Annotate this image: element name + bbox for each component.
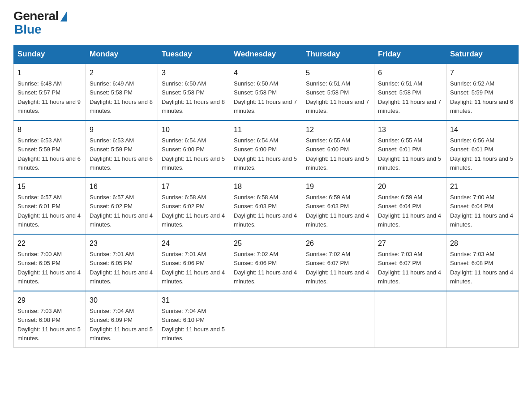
day-cell: 2Sunrise: 6:49 AMSunset: 5:58 PMDaylight… — [86, 64, 158, 120]
day-info: Sunrise: 6:59 AMSunset: 6:03 PMDaylight:… — [306, 194, 369, 228]
day-info: Sunrise: 6:54 AMSunset: 6:00 PMDaylight:… — [162, 137, 225, 171]
logo-triangle-icon — [60, 12, 67, 21]
day-cell — [230, 291, 302, 348]
day-cell: 12Sunrise: 6:55 AMSunset: 6:00 PMDayligh… — [302, 120, 374, 177]
day-cell: 18Sunrise: 6:58 AMSunset: 6:03 PMDayligh… — [230, 177, 302, 234]
week-row-3: 15Sunrise: 6:57 AMSunset: 6:01 PMDayligh… — [14, 177, 519, 234]
day-number: 29 — [17, 295, 82, 306]
day-cell: 25Sunrise: 7:02 AMSunset: 6:06 PMDayligh… — [230, 234, 302, 291]
day-cell: 30Sunrise: 7:04 AMSunset: 6:09 PMDayligh… — [86, 291, 158, 348]
day-cell: 27Sunrise: 7:03 AMSunset: 6:07 PMDayligh… — [374, 234, 446, 291]
col-header-wednesday: Wednesday — [230, 45, 302, 64]
day-number: 31 — [162, 295, 226, 306]
day-number: 24 — [162, 238, 226, 249]
day-cell: 28Sunrise: 7:03 AMSunset: 6:08 PMDayligh… — [446, 234, 519, 291]
day-info: Sunrise: 7:02 AMSunset: 6:06 PMDaylight:… — [234, 251, 297, 285]
col-header-sunday: Sunday — [14, 45, 86, 64]
day-cell: 23Sunrise: 7:01 AMSunset: 6:05 PMDayligh… — [86, 234, 158, 291]
header-row: SundayMondayTuesdayWednesdayThursdayFrid… — [14, 45, 519, 64]
day-info: Sunrise: 7:00 AMSunset: 6:05 PMDaylight:… — [17, 251, 81, 285]
day-info: Sunrise: 7:01 AMSunset: 6:06 PMDaylight:… — [162, 251, 225, 285]
day-cell — [446, 291, 519, 348]
day-cell: 14Sunrise: 6:56 AMSunset: 6:01 PMDayligh… — [446, 120, 519, 177]
col-header-saturday: Saturday — [446, 45, 519, 64]
day-number: 2 — [90, 68, 154, 78]
day-info: Sunrise: 7:04 AMSunset: 6:10 PMDaylight:… — [162, 308, 225, 342]
day-info: Sunrise: 6:55 AMSunset: 6:01 PMDaylight:… — [378, 137, 441, 171]
day-cell: 20Sunrise: 6:59 AMSunset: 6:04 PMDayligh… — [374, 177, 446, 234]
day-number: 21 — [450, 181, 515, 192]
day-number: 6 — [378, 68, 442, 78]
day-number: 25 — [234, 238, 298, 249]
day-info: Sunrise: 6:53 AMSunset: 5:59 PMDaylight:… — [90, 137, 153, 171]
col-header-friday: Friday — [374, 45, 446, 64]
day-cell: 9Sunrise: 6:53 AMSunset: 5:59 PMDaylight… — [86, 120, 158, 177]
day-info: Sunrise: 6:51 AMSunset: 5:58 PMDaylight:… — [378, 80, 441, 114]
day-info: Sunrise: 7:01 AMSunset: 6:05 PMDaylight:… — [90, 251, 153, 285]
day-info: Sunrise: 6:51 AMSunset: 5:58 PMDaylight:… — [306, 80, 369, 114]
day-info: Sunrise: 7:03 AMSunset: 6:08 PMDaylight:… — [450, 251, 513, 285]
day-cell: 10Sunrise: 6:54 AMSunset: 6:00 PMDayligh… — [158, 120, 230, 177]
day-number: 16 — [90, 181, 154, 192]
day-cell: 13Sunrise: 6:55 AMSunset: 6:01 PMDayligh… — [374, 120, 446, 177]
day-number: 5 — [306, 68, 370, 78]
day-info: Sunrise: 6:58 AMSunset: 6:03 PMDaylight:… — [234, 194, 297, 228]
day-number: 15 — [17, 181, 82, 192]
day-number: 17 — [162, 181, 226, 192]
day-number: 1 — [17, 68, 82, 78]
day-info: Sunrise: 6:58 AMSunset: 6:02 PMDaylight:… — [162, 194, 225, 228]
week-row-5: 29Sunrise: 7:03 AMSunset: 6:08 PMDayligh… — [14, 291, 519, 348]
day-info: Sunrise: 6:57 AMSunset: 6:02 PMDaylight:… — [90, 194, 153, 228]
day-info: Sunrise: 6:48 AMSunset: 5:57 PMDaylight:… — [17, 80, 81, 114]
day-info: Sunrise: 6:57 AMSunset: 6:01 PMDaylight:… — [17, 194, 81, 228]
col-header-tuesday: Tuesday — [158, 45, 230, 64]
week-row-4: 22Sunrise: 7:00 AMSunset: 6:05 PMDayligh… — [14, 234, 519, 291]
day-info: Sunrise: 6:59 AMSunset: 6:04 PMDaylight:… — [378, 194, 441, 228]
logo-general: General — [13, 9, 59, 23]
day-number: 22 — [17, 238, 82, 249]
day-cell: 3Sunrise: 6:50 AMSunset: 5:58 PMDaylight… — [158, 64, 230, 120]
day-number: 4 — [234, 68, 298, 78]
day-cell: 17Sunrise: 6:58 AMSunset: 6:02 PMDayligh… — [158, 177, 230, 234]
day-number: 9 — [90, 124, 154, 135]
calendar-table: SundayMondayTuesdayWednesdayThursdayFrid… — [13, 45, 519, 348]
day-cell: 24Sunrise: 7:01 AMSunset: 6:06 PMDayligh… — [158, 234, 230, 291]
day-cell: 4Sunrise: 6:50 AMSunset: 5:58 PMDaylight… — [230, 64, 302, 120]
col-header-monday: Monday — [86, 45, 158, 64]
day-cell: 21Sunrise: 7:00 AMSunset: 6:04 PMDayligh… — [446, 177, 519, 234]
day-info: Sunrise: 7:03 AMSunset: 6:07 PMDaylight:… — [378, 251, 441, 285]
day-cell: 29Sunrise: 7:03 AMSunset: 6:08 PMDayligh… — [14, 291, 86, 348]
day-info: Sunrise: 6:55 AMSunset: 6:00 PMDaylight:… — [306, 137, 369, 171]
day-info: Sunrise: 6:56 AMSunset: 6:01 PMDaylight:… — [450, 137, 513, 171]
week-row-1: 1Sunrise: 6:48 AMSunset: 5:57 PMDaylight… — [14, 64, 519, 120]
day-number: 8 — [17, 124, 82, 135]
day-info: Sunrise: 6:49 AMSunset: 5:58 PMDaylight:… — [90, 80, 153, 114]
day-cell: 6Sunrise: 6:51 AMSunset: 5:58 PMDaylight… — [374, 64, 446, 120]
day-number: 13 — [378, 124, 442, 135]
day-cell: 16Sunrise: 6:57 AMSunset: 6:02 PMDayligh… — [86, 177, 158, 234]
day-cell: 1Sunrise: 6:48 AMSunset: 5:57 PMDaylight… — [14, 64, 86, 120]
day-info: Sunrise: 7:00 AMSunset: 6:04 PMDaylight:… — [450, 194, 513, 228]
logo: General Blue — [13, 9, 67, 37]
day-number: 3 — [162, 68, 226, 78]
day-info: Sunrise: 7:04 AMSunset: 6:09 PMDaylight:… — [90, 308, 153, 342]
day-info: Sunrise: 6:53 AMSunset: 5:59 PMDaylight:… — [17, 137, 81, 171]
day-cell — [374, 291, 446, 348]
day-info: Sunrise: 7:02 AMSunset: 6:07 PMDaylight:… — [306, 251, 369, 285]
day-cell: 26Sunrise: 7:02 AMSunset: 6:07 PMDayligh… — [302, 234, 374, 291]
day-cell: 15Sunrise: 6:57 AMSunset: 6:01 PMDayligh… — [14, 177, 86, 234]
logo-blue: Blue — [14, 22, 42, 37]
day-number: 20 — [378, 181, 442, 192]
week-row-2: 8Sunrise: 6:53 AMSunset: 5:59 PMDaylight… — [14, 120, 519, 177]
day-number: 27 — [378, 238, 442, 249]
col-header-thursday: Thursday — [302, 45, 374, 64]
day-info: Sunrise: 7:03 AMSunset: 6:08 PMDaylight:… — [17, 308, 81, 342]
day-info: Sunrise: 6:54 AMSunset: 6:00 PMDaylight:… — [234, 137, 297, 171]
day-cell: 19Sunrise: 6:59 AMSunset: 6:03 PMDayligh… — [302, 177, 374, 234]
day-cell: 8Sunrise: 6:53 AMSunset: 5:59 PMDaylight… — [14, 120, 86, 177]
day-cell — [302, 291, 374, 348]
day-info: Sunrise: 6:50 AMSunset: 5:58 PMDaylight:… — [234, 80, 297, 114]
day-cell: 22Sunrise: 7:00 AMSunset: 6:05 PMDayligh… — [14, 234, 86, 291]
day-number: 12 — [306, 124, 370, 135]
page-header: General Blue — [13, 9, 519, 37]
